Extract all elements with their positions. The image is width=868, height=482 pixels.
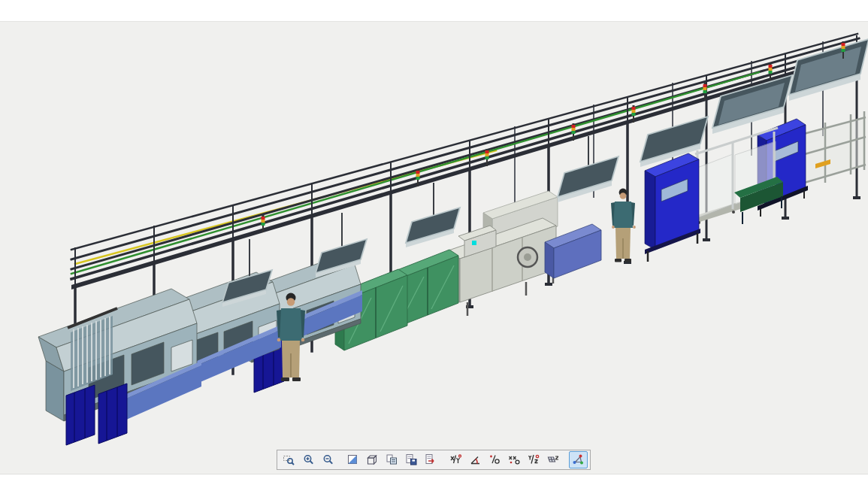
rotate-3d-button[interactable]: [569, 451, 588, 468]
zoom-window-button[interactable]: [280, 451, 298, 468]
save-image-icon: [405, 453, 418, 466]
zoom-in-icon: [302, 453, 315, 466]
export-view-button[interactable]: [422, 451, 440, 468]
chip-bin-2: [98, 383, 127, 444]
measure-yz-icon: [528, 453, 540, 466]
toolbar-separator: [441, 451, 446, 468]
save-image-button[interactable]: [402, 451, 421, 468]
measure-point-icon: [488, 453, 501, 466]
measure-xy-button[interactable]: [446, 451, 465, 468]
title-bar: [0, 0, 868, 22]
right-conveyor-frame: [797, 111, 866, 189]
datum-plane-icon: [547, 453, 560, 466]
production-line-model: [0, 0, 868, 482]
measure-yz-button[interactable]: [525, 451, 543, 468]
measure-point-button[interactable]: [485, 451, 504, 468]
measure-angle-button[interactable]: [466, 451, 485, 468]
copy-view-icon: [386, 453, 398, 466]
copy-view-button[interactable]: [383, 451, 401, 468]
zoom-out-button[interactable]: [319, 451, 337, 468]
toolbar-separator: [338, 451, 343, 468]
wireframe-view-icon: [366, 453, 379, 466]
shaded-view-button[interactable]: [343, 451, 362, 468]
zoom-window-icon: [283, 453, 295, 466]
datum-plane-button[interactable]: [544, 451, 563, 468]
cyan-reference-marker: [472, 241, 476, 245]
wash-station: [446, 218, 556, 316]
measure-angle-icon: [469, 453, 482, 466]
view-toolbar: [277, 450, 591, 470]
blue-control-cabinet-1: [645, 153, 700, 262]
toolbar-separator: [564, 451, 568, 468]
shaded-view-icon: [346, 453, 359, 466]
chip-bin-1: [66, 385, 95, 445]
measure-xy-icon: [449, 453, 462, 466]
measure-distance-icon: [508, 453, 521, 466]
status-strip: [0, 474, 868, 482]
3d-viewport[interactable]: [0, 0, 868, 482]
wireframe-view-button[interactable]: [363, 451, 382, 468]
operator-2: [611, 189, 636, 262]
export-view-icon: [425, 453, 437, 466]
zoom-out-icon: [322, 453, 334, 466]
rotate-3d-icon: [572, 453, 585, 466]
zoom-in-button[interactable]: [299, 451, 318, 468]
measure-distance-button[interactable]: [505, 451, 524, 468]
